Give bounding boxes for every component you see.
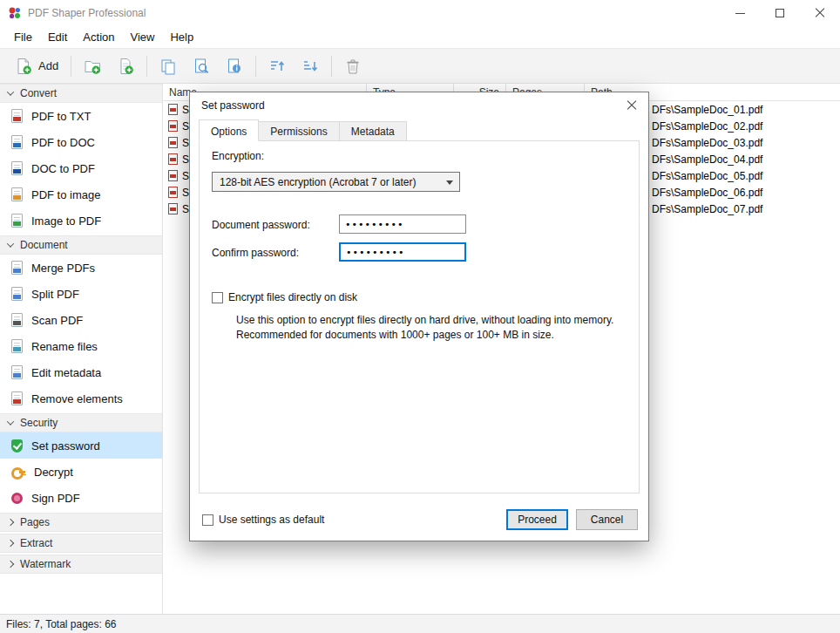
add-document-icon: [117, 58, 134, 75]
encrypt-on-disk-checkbox[interactable]: [212, 292, 223, 303]
chevron-right-icon: [7, 561, 14, 568]
dialog-titlebar: Set password: [190, 92, 648, 119]
toolbar-separator: [331, 56, 332, 77]
tab-metadata[interactable]: Metadata: [340, 121, 407, 141]
add-files-button[interactable]: Add: [7, 52, 66, 80]
pdf-file-icon: [168, 153, 178, 165]
toolbar-separator: [255, 56, 256, 77]
pdf-to-txt-icon: [11, 109, 23, 123]
add-file-icon: [15, 58, 32, 75]
confirm-password-input[interactable]: [339, 242, 466, 262]
merge-pdfs-icon: [11, 261, 23, 275]
delete-button[interactable]: [336, 52, 369, 80]
tab-label: Metadata: [351, 126, 395, 138]
sort-ascending-button[interactable]: [261, 52, 294, 80]
sidebar-section-security[interactable]: Security: [0, 413, 162, 432]
sidebar-item-label: Remove elements: [31, 392, 123, 405]
document-password-input[interactable]: [339, 214, 466, 234]
sidebar-section-extract[interactable]: Extract: [0, 534, 162, 553]
encryption-selected-value: 128-bit AES encryption (Acrobat 7 or lat…: [220, 176, 416, 188]
menubar: File Edit Action View Help: [0, 26, 840, 48]
sidebar-section-watermark[interactable]: Watermark: [0, 555, 162, 574]
close-icon: [815, 8, 825, 18]
sidebar-item-label: PDF to DOC: [31, 136, 95, 149]
section-label: Watermark: [20, 558, 71, 570]
file-path: DFs\SampleDoc_03.pdf: [652, 137, 762, 149]
pdf-file-icon: [168, 137, 178, 148]
toolbar-separator: [146, 56, 147, 77]
chevron-right-icon: [7, 540, 14, 547]
tab-options[interactable]: Options: [199, 119, 259, 141]
toolbar: Add: [0, 48, 840, 84]
menu-file[interactable]: File: [6, 28, 40, 46]
file-path: DFs\SampleDoc_02.pdf: [652, 120, 762, 133]
sidebar-section-pages[interactable]: Pages: [0, 513, 162, 532]
proceed-button-label: Proceed: [518, 514, 557, 526]
sidebar-item-remove-elements[interactable]: Remove elements: [0, 385, 162, 412]
sidebar-item-image-to-pdf[interactable]: Image to PDF: [0, 208, 162, 234]
sidebar-item-pdf-to-doc[interactable]: PDF to DOC: [0, 129, 162, 155]
sidebar-item-merge-pdfs[interactable]: Merge PDFs: [0, 255, 162, 281]
tab-label: Options: [211, 126, 247, 138]
minimize-button[interactable]: [720, 0, 760, 26]
sidebar-item-decrypt[interactable]: Decrypt: [0, 459, 162, 485]
menu-help[interactable]: Help: [162, 28, 201, 46]
confirm-password-label: Confirm password:: [212, 247, 299, 259]
sidebar-item-label: PDF to image: [31, 188, 100, 201]
dialog-close-button[interactable]: [620, 96, 643, 115]
window-controls: [720, 0, 840, 26]
preview-button[interactable]: [185, 52, 218, 80]
use-defaults-checkbox[interactable]: [202, 514, 213, 526]
app-logo-icon: [8, 6, 22, 20]
preview-icon: [193, 58, 210, 75]
sidebar-item-split-pdf[interactable]: Split PDF: [0, 281, 162, 307]
add-document-button[interactable]: [109, 52, 142, 80]
sidebar-section-convert[interactable]: Convert: [0, 84, 162, 103]
sidebar: Convert PDF to TXT PDF to DOC DOC to PDF…: [0, 84, 163, 614]
key-icon: [11, 466, 25, 479]
seal-icon: [11, 493, 23, 504]
file-path: DFs\SampleDoc_01.pdf: [652, 104, 762, 116]
info-button[interactable]: [218, 52, 251, 80]
set-password-dialog: Set password Options Permissions Metadat…: [189, 92, 649, 541]
menu-view[interactable]: View: [123, 28, 163, 46]
maximize-button[interactable]: [760, 0, 800, 26]
section-label: Extract: [20, 537, 52, 549]
options-tab-panel: Encryption: 128-bit AES encryption (Acro…: [199, 140, 640, 493]
cancel-button[interactable]: Cancel: [576, 509, 638, 530]
close-button[interactable]: [800, 0, 840, 26]
menu-action[interactable]: Action: [75, 28, 122, 46]
sidebar-item-label: DOC to PDF: [31, 162, 95, 175]
sort-ascending-icon: [268, 58, 286, 75]
section-label: Document: [20, 239, 68, 251]
copy-button[interactable]: [152, 52, 185, 80]
sidebar-item-label: Rename files: [31, 340, 98, 353]
sidebar-item-pdf-to-txt[interactable]: PDF to TXT: [0, 103, 162, 129]
sidebar-item-pdf-to-image[interactable]: PDF to image: [0, 181, 162, 208]
encryption-dropdown[interactable]: 128-bit AES encryption (Acrobat 7 or lat…: [212, 172, 460, 192]
sidebar-item-sign-pdf[interactable]: Sign PDF: [0, 485, 162, 511]
sidebar-item-label: Image to PDF: [31, 214, 101, 228]
add-folder-button[interactable]: [76, 52, 109, 80]
doc-to-pdf-icon: [11, 161, 23, 175]
sidebar-item-rename-files[interactable]: Rename files: [0, 333, 162, 359]
sidebar-section-document[interactable]: Document: [0, 235, 162, 255]
toolbar-separator: [71, 56, 71, 77]
section-label: Security: [20, 417, 58, 429]
sort-descending-icon: [301, 58, 319, 75]
pdf-file-icon: [168, 187, 178, 198]
sidebar-item-scan-pdf[interactable]: Scan PDF: [0, 307, 162, 333]
menu-edit[interactable]: Edit: [40, 28, 75, 46]
sidebar-item-doc-to-pdf[interactable]: DOC to PDF: [0, 155, 162, 181]
trash-icon: [344, 58, 362, 75]
tab-label: Permissions: [270, 126, 327, 138]
file-path: DFs\SampleDoc_04.pdf: [652, 153, 762, 166]
sort-descending-button[interactable]: [294, 52, 327, 80]
sidebar-item-edit-metadata[interactable]: Edit metadata: [0, 359, 162, 385]
sidebar-item-label: Split PDF: [31, 288, 79, 301]
proceed-button[interactable]: Proceed: [506, 509, 568, 530]
tab-permissions[interactable]: Permissions: [259, 121, 339, 141]
pdf-to-image-icon: [11, 187, 23, 201]
sidebar-item-set-password[interactable]: Set password: [0, 432, 162, 459]
edit-metadata-icon: [11, 365, 23, 379]
